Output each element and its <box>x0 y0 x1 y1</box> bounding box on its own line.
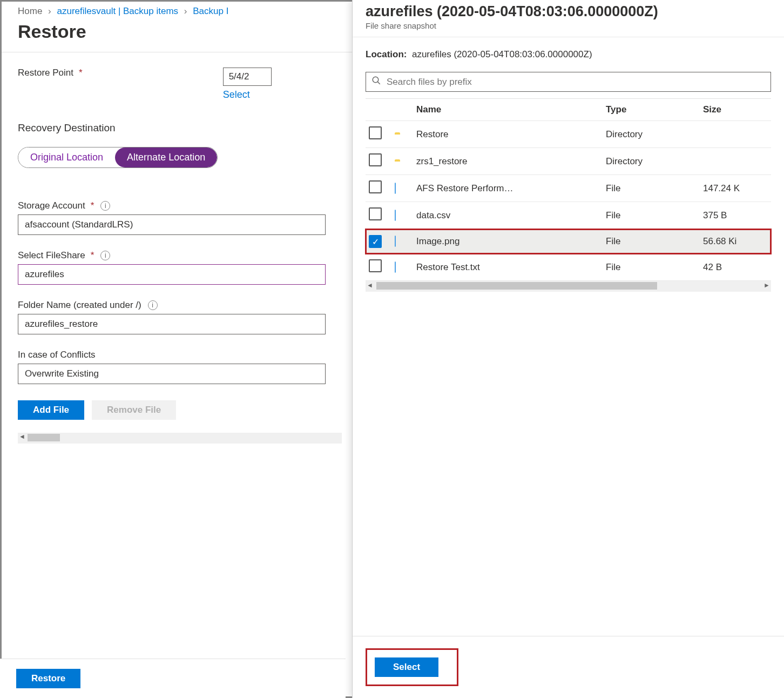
select-restore-point-link[interactable]: Select <box>223 89 250 100</box>
conflicts-label: In case of Conflicts <box>18 350 331 360</box>
row-checkbox[interactable]: ✓ <box>369 235 382 248</box>
row-name[interactable]: zrs1_restore <box>416 156 606 167</box>
breadcrumb-vault[interactable]: azurefilesvault | Backup items <box>57 6 179 16</box>
location-value: azurefiles (2020-05-04T08:03:06.0000000Z… <box>412 49 592 59</box>
file-icon <box>395 236 416 247</box>
recovery-destination-heading: Recovery Destination <box>18 122 331 134</box>
table-row[interactable]: data.csvFile375 B <box>366 202 771 229</box>
row-type: Directory <box>606 156 703 167</box>
select-button-callout: Select <box>366 648 458 686</box>
table-horizontal-scrollbar[interactable] <box>366 281 771 292</box>
breadcrumb-current[interactable]: Backup I <box>193 6 228 16</box>
row-checkbox[interactable] <box>369 180 382 193</box>
breadcrumb-home[interactable]: Home <box>18 6 42 16</box>
restore-point-label: Restore Point* <box>18 68 83 78</box>
conflicts-input[interactable]: Overwrite Existing <box>18 364 326 384</box>
row-name[interactable]: Restore <box>416 129 606 140</box>
file-picker-panel: azurefiles (2020-05-04T08:03:06.0000000Z… <box>352 0 784 698</box>
restore-point-value[interactable]: 5/4/2 <box>223 68 272 86</box>
search-box[interactable] <box>366 72 771 92</box>
panel-subtitle: File share snapshot <box>366 21 771 30</box>
remove-file-button: Remove File <box>92 400 176 420</box>
storage-account-input[interactable]: afsaccount (StandardLRS) <box>18 214 326 235</box>
row-size: 42 B <box>703 262 768 273</box>
row-checkbox[interactable] <box>369 153 382 166</box>
file-icon <box>395 210 416 221</box>
col-name[interactable]: Name <box>416 104 606 115</box>
file-icon <box>395 183 416 194</box>
row-type: Directory <box>606 129 703 140</box>
table-row[interactable]: RestoreDirectory <box>366 121 771 148</box>
chevron-right-icon: › <box>48 6 51 16</box>
fileshare-label: Select FileShare* i <box>18 250 331 261</box>
row-checkbox[interactable] <box>369 259 382 272</box>
row-name[interactable]: data.csv <box>416 210 606 221</box>
svg-line-1 <box>377 82 380 84</box>
restore-button[interactable]: Restore <box>16 669 80 688</box>
row-size: 375 B <box>703 210 768 221</box>
horizontal-scrollbar[interactable] <box>18 433 342 444</box>
row-checkbox[interactable] <box>369 126 382 139</box>
storage-account-label: Storage Account* i <box>18 200 331 211</box>
table-row[interactable]: Restore Test.txtFile42 B <box>366 254 771 281</box>
table-row[interactable]: AFS Restore Perform…File147.24 K <box>366 175 771 202</box>
chevron-right-icon: › <box>184 6 187 16</box>
info-icon[interactable]: i <box>100 201 110 211</box>
file-table: Name Type Size RestoreDirectoryzrs1_rest… <box>366 98 771 292</box>
add-file-button[interactable]: Add File <box>18 400 84 420</box>
table-header: Name Type Size <box>366 99 771 121</box>
folder-name-label: Folder Name (created under /) i <box>18 300 331 311</box>
row-type: File <box>606 183 703 194</box>
search-icon <box>371 76 381 88</box>
recovery-destination-toggle[interactable]: Original Location Alternate Location <box>18 147 218 168</box>
row-size: 147.24 K <box>703 183 768 194</box>
search-input[interactable] <box>387 77 765 88</box>
folder-name-input[interactable]: azurefiles_restore <box>18 314 326 334</box>
info-icon[interactable]: i <box>148 300 158 310</box>
col-size[interactable]: Size <box>703 104 768 115</box>
panel-title: azurefiles (2020-05-04T08:03:06.0000000Z… <box>366 3 771 20</box>
info-icon[interactable]: i <box>100 251 110 260</box>
row-type: File <box>606 262 703 273</box>
row-size: 56.68 Ki <box>703 236 768 247</box>
fileshare-input[interactable]: azurefiles <box>18 264 326 285</box>
row-name[interactable]: AFS Restore Perform… <box>416 183 606 194</box>
col-type[interactable]: Type <box>606 104 703 115</box>
select-button[interactable]: Select <box>375 657 438 677</box>
pill-alternate-location[interactable]: Alternate Location <box>115 147 217 167</box>
row-name[interactable]: Image.png <box>416 236 606 247</box>
file-icon <box>395 262 416 273</box>
pill-original-location[interactable]: Original Location <box>18 147 115 167</box>
svg-point-0 <box>373 77 379 83</box>
table-row[interactable]: ✓Image.pngFile56.68 Ki <box>366 229 771 254</box>
row-type: File <box>606 236 703 247</box>
row-name[interactable]: Restore Test.txt <box>416 262 606 273</box>
row-type: File <box>606 210 703 221</box>
location-row: Location: azurefiles (2020-05-04T08:03:0… <box>366 49 771 60</box>
table-row[interactable]: zrs1_restoreDirectory <box>366 148 771 175</box>
row-checkbox[interactable] <box>369 207 382 220</box>
